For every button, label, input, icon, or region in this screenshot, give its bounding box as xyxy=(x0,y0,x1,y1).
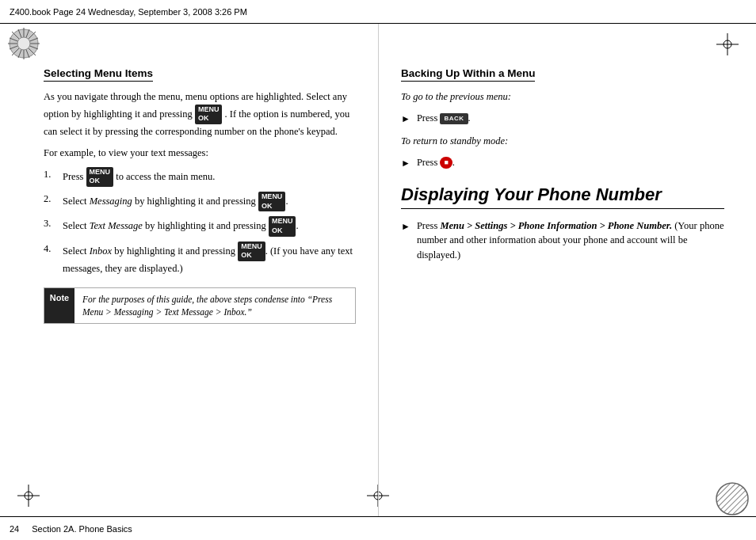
steps-list: 1. Press MENUOK to access the main menu.… xyxy=(44,167,356,276)
back-button: BACK xyxy=(440,113,468,124)
phone-number-item: ► Press Menu > Settings > Phone Informat… xyxy=(401,219,724,263)
press-back-item: ► Press BACK. xyxy=(401,111,724,126)
intro-paragraph: As you navigate through the menu, menu o… xyxy=(44,89,356,139)
step-1: 1. Press MENUOK to access the main menu. xyxy=(44,167,356,187)
footer-bar: 24 Section 2A. Phone Basics xyxy=(0,516,756,540)
step-2: 2. Select Messaging by highlighting it a… xyxy=(44,192,356,211)
note-label: Note xyxy=(44,288,74,323)
right-column: Backing Up Within a Menu To go to the pr… xyxy=(378,24,756,516)
press-end-item: ► Press ■. xyxy=(401,155,724,170)
backing-up-heading: Backing Up Within a Menu xyxy=(401,67,535,82)
footer-section: Section 2A. Phone Basics xyxy=(32,524,132,534)
end-button: ■ xyxy=(440,157,452,169)
footer-page-num: 24 xyxy=(10,524,19,534)
selecting-menu-items-heading: Selecting Menu Items xyxy=(44,67,153,82)
step-4: 4. Select Inbox by highlighting it and p… xyxy=(44,241,356,276)
menu-ok-button-inline: MENUOK xyxy=(195,105,223,124)
menu-ok-btn-step1: MENUOK xyxy=(86,167,114,187)
menu-ok-btn-step4: MENUOK xyxy=(238,241,265,261)
to-standby-text: To return to standby mode: xyxy=(401,134,724,149)
content-area: Selecting Menu Items As you navigate thr… xyxy=(0,24,756,516)
header-text: Z400.book Page 24 Wednesday, September 3… xyxy=(10,7,247,17)
left-column: Selecting Menu Items As you navigate thr… xyxy=(0,24,378,516)
displaying-phone-number-heading: Displaying Your Phone Number xyxy=(401,184,724,209)
step-3: 3. Select Text Message by highlighting i… xyxy=(44,216,356,236)
to-prev-menu-text: To go to the previous menu: xyxy=(401,89,724,105)
arrow-right-icon-3: ► xyxy=(401,219,410,263)
note-text: For the purposes of this guide, the abov… xyxy=(74,288,355,323)
menu-ok-btn-step3: MENUOK xyxy=(269,216,296,236)
for-example-text: For example, to view your text messages: xyxy=(44,146,356,161)
back-arrow-list: ► Press BACK. xyxy=(401,111,724,126)
phone-number-arrow-list: ► Press Menu > Settings > Phone Informat… xyxy=(401,219,724,263)
header-bar: Z400.book Page 24 Wednesday, September 3… xyxy=(0,0,756,24)
note-box: Note For the purposes of this guide, the… xyxy=(44,287,356,324)
arrow-right-icon-2: ► xyxy=(401,156,410,170)
arrow-right-icon: ► xyxy=(401,112,410,126)
end-arrow-list: ► Press ■. xyxy=(401,155,724,170)
menu-ok-btn-step2: MENUOK xyxy=(258,192,286,211)
